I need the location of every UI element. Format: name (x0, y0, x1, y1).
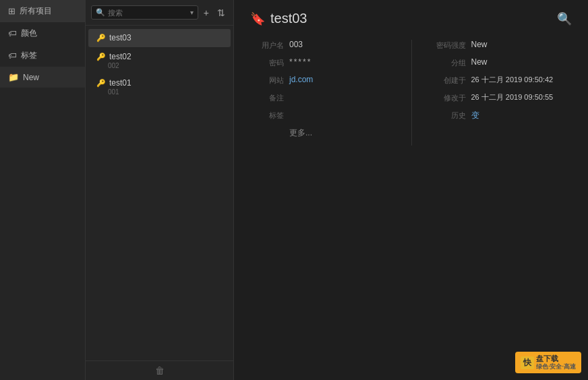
middle-panel: 🔍 ▾ + ⇅ 🔑 test03 🔑 test02 002 🔑 test01 (86, 0, 234, 380)
list-item-title: 🔑 test02 (96, 52, 223, 61)
watermark: 快 盘下载 绿色·安全·高速 (515, 352, 581, 373)
group-row: 标签 (250, 110, 398, 121)
list-item-title: 🔑 test03 (96, 33, 223, 42)
list-item[interactable]: 🔑 test02 002 (88, 48, 231, 73)
middle-footer: 🗑 (86, 360, 233, 380)
add-button[interactable]: + (201, 6, 212, 20)
created-value: 26 十二月 2019 09:50:42 (471, 75, 554, 85)
list-item[interactable]: 🔑 test01 001 (88, 74, 231, 100)
main-header: 🔖 test03 🔍 (250, 11, 572, 26)
search-input[interactable] (108, 9, 187, 17)
sidebar-item-all-label: 所有项目 (20, 5, 52, 17)
list-item-sub: 001 (96, 88, 223, 96)
updated-value: 26 十二月 2019 09:50:55 (471, 92, 554, 102)
watermark-icon: 快 (521, 356, 534, 369)
main-content: 🔖 test03 🔍 用户名 003 密码 ***** 网站 jd.com 备注 (234, 0, 588, 380)
detail-grid: 用户名 003 密码 ***** 网站 jd.com 备注 标签 更多... (250, 40, 572, 146)
sidebar: ⊞ 所有项目 🏷 颜色 🏷 标签 📁 New (0, 0, 86, 380)
sort-button[interactable]: ⇅ (214, 6, 228, 20)
sidebar-item-new[interactable]: 📁 New (0, 67, 85, 88)
history-row: 历史 变 (425, 110, 559, 121)
website-label: 网站 (250, 75, 284, 86)
updated-row: 修改于 26 十二月 2019 09:50:55 (425, 92, 559, 103)
watermark-text1: 盘下载 (536, 354, 576, 363)
history-label: 历史 (425, 110, 466, 121)
category-label: 分组 (425, 57, 466, 68)
website-value[interactable]: jd.com (289, 75, 313, 84)
sidebar-item-tags-label: 标签 (21, 50, 37, 61)
key-icon: 🔑 (96, 53, 106, 61)
password-label: 密码 (250, 57, 284, 68)
trash-icon[interactable]: 🗑 (155, 365, 165, 376)
created-label: 创建于 (425, 75, 466, 86)
search-dropdown-icon[interactable]: ▾ (190, 9, 194, 16)
updated-label: 修改于 (425, 92, 466, 103)
website-row: 网站 jd.com (250, 75, 398, 86)
more-row: 更多... (250, 127, 398, 139)
note-row: 备注 (250, 92, 398, 103)
more-spacer (250, 127, 284, 128)
category-row: 分组 New (425, 57, 559, 68)
strength-label: 密码强度 (425, 40, 466, 51)
color-icon: 🏷 (8, 28, 17, 38)
username-row: 用户名 003 (250, 40, 398, 51)
middle-toolbar: 🔍 ▾ + ⇅ (86, 0, 233, 26)
password-row: 密码 ***** (250, 57, 398, 68)
username-value: 003 (289, 40, 303, 49)
sidebar-item-all[interactable]: ⊞ 所有项目 (0, 0, 85, 22)
detail-section-right: 密码强度 New 分组 New 创建于 26 十二月 2019 09:50:42… (411, 40, 572, 146)
username-label: 用户名 (250, 40, 284, 51)
search-icon: 🔍 (96, 8, 105, 17)
tags-icon: 🏷 (8, 51, 17, 61)
created-row: 创建于 26 十二月 2019 09:50:42 (425, 75, 559, 86)
list-items: 🔑 test03 🔑 test02 002 🔑 test01 001 (86, 26, 233, 360)
sidebar-item-color[interactable]: 🏷 颜色 (0, 22, 85, 44)
note-label: 备注 (250, 92, 284, 103)
history-value[interactable]: 变 (471, 110, 479, 121)
list-item-sub: 002 (96, 62, 223, 69)
sidebar-item-color-label: 颜色 (21, 28, 37, 39)
category-value: New (471, 57, 488, 67)
search-key-icon[interactable]: 🔍 (557, 11, 572, 26)
more-label[interactable]: 更多... (289, 127, 312, 139)
new-folder-icon: 📁 (8, 72, 19, 82)
list-item[interactable]: 🔑 test03 (88, 29, 231, 47)
key-icon: 🔑 (96, 79, 106, 88)
sidebar-item-new-label: New (23, 73, 39, 82)
password-value: ***** (289, 57, 312, 67)
search-box: 🔍 ▾ (91, 5, 198, 20)
page-title: test03 (270, 11, 307, 26)
watermark-text2: 绿色·安全·高速 (536, 363, 576, 371)
list-item-title: 🔑 test01 (96, 78, 223, 88)
bookmark-icon: 🔖 (250, 11, 265, 26)
all-icon: ⊞ (8, 6, 16, 16)
strength-row: 密码强度 New (425, 40, 559, 51)
strength-value: New (471, 40, 488, 49)
detail-section-left: 用户名 003 密码 ***** 网站 jd.com 备注 标签 更多... (250, 40, 411, 146)
group-label: 标签 (250, 110, 284, 121)
key-icon: 🔑 (96, 34, 106, 42)
main-title: 🔖 test03 (250, 11, 307, 26)
sidebar-item-tags[interactable]: 🏷 标签 (0, 44, 85, 67)
